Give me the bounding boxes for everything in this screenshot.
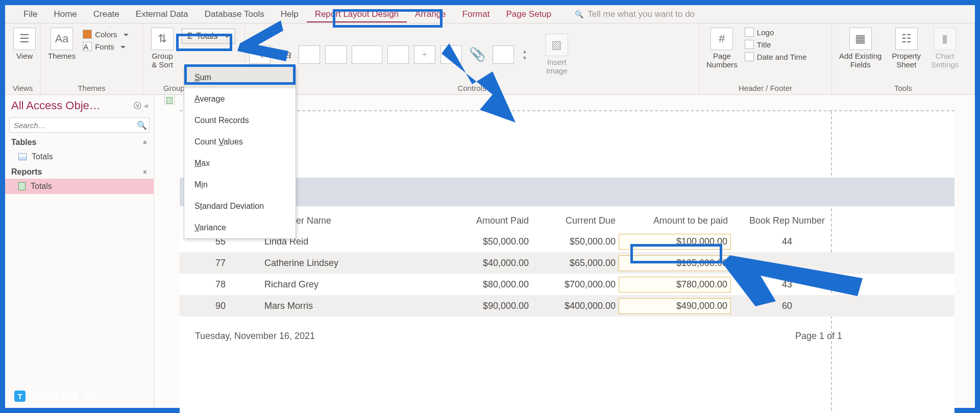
menu-item-count-records[interactable]: Count Records: [184, 110, 296, 131]
ribbon-tabs: File Home Create External Data Database …: [5, 5, 975, 23]
attachment-control-icon[interactable]: 📎: [467, 46, 487, 62]
ribbon: ☰ View Views Aa Themes Colors AFonts The…: [5, 23, 975, 95]
fonts-icon: A: [83, 42, 92, 51]
tab-file[interactable]: File: [15, 7, 45, 21]
page-numbers-icon: #: [710, 28, 733, 50]
chevron-icon: [143, 138, 148, 147]
view-button[interactable]: ☰ View: [9, 27, 40, 62]
textbox-control-icon[interactable]: Aa: [276, 48, 293, 61]
group-label-themes: Themes: [45, 82, 138, 94]
group-label-headerfooter: Header / Footer: [703, 82, 827, 94]
themes-button[interactable]: Aa Themes: [45, 27, 79, 62]
property-sheet-icon: ☷: [895, 28, 918, 50]
chart-settings-icon: ▮: [934, 28, 956, 50]
logo-icon: [745, 28, 754, 37]
calculated-cell[interactable]: $105,000.00: [619, 255, 731, 271]
group-sort-button[interactable]: ⇅ Group & Sort: [147, 27, 178, 70]
group-sort-label: Group & Sort: [152, 52, 173, 69]
search-input[interactable]: [10, 119, 135, 132]
title-icon: [745, 40, 754, 49]
chart-settings-button: ▮ Chart Settings: [928, 27, 962, 70]
nav-collapse-icon[interactable]: ⓥ: [134, 101, 141, 111]
watermark: T TEMPLATE.NET: [14, 391, 104, 402]
tab-home[interactable]: Home: [45, 7, 85, 21]
controls-gallery[interactable]: ↖ Aa ÷ ✔ 📎 ▲ ▼: [249, 45, 527, 64]
navigation-pane: All Access Obje… ⓥ« 🔍 Tables Totals Repo…: [5, 95, 154, 408]
report-footer-page: Page 1 of 1: [795, 331, 842, 342]
menu-item-stddev[interactable]: Standard Deviation: [184, 196, 296, 217]
table-row[interactable]: 77 Catherine Lindsey $40,000.00 $65,000.…: [180, 252, 954, 274]
group-sort-icon: ⇅: [151, 28, 174, 50]
nav-report-totals[interactable]: Totals: [5, 179, 154, 194]
table-icon: [18, 153, 27, 160]
title-button[interactable]: Title: [745, 40, 807, 49]
tab-page-setup[interactable]: Page Setup: [498, 7, 559, 21]
sigma-icon: [187, 32, 192, 41]
totals-button[interactable]: Totals: [182, 29, 235, 44]
tell-me-placeholder: Tell me what you want to do: [587, 9, 695, 19]
col-amount-to-be-paid[interactable]: Amount to be paid: [619, 213, 731, 228]
calculated-cell[interactable]: $100,000.00: [619, 234, 731, 250]
nav-close-icon[interactable]: «: [144, 101, 149, 111]
themes-icon: Aa: [51, 28, 73, 50]
report-footer-date: Tuesday, November 16, 2021: [195, 331, 315, 342]
menu-item-min[interactable]: Min: [184, 174, 296, 196]
property-sheet-button[interactable]: ☷ Property Sheet: [889, 27, 924, 70]
totals-dropdown-menu: Sum Average Count Records Count Values M…: [184, 66, 296, 239]
colors-button[interactable]: Colors: [83, 30, 128, 39]
group-label-tools: Tools: [836, 82, 970, 94]
nav-table-totals[interactable]: Totals: [5, 149, 154, 164]
report-icon: [166, 97, 173, 104]
tell-me-search[interactable]: Tell me what you want to do: [575, 9, 695, 19]
menu-item-sum[interactable]: Sum: [184, 67, 296, 88]
insert-image-button: ▧ Insert Image: [542, 33, 572, 76]
nav-category-reports[interactable]: Reports: [5, 164, 154, 179]
logo-button[interactable]: Logo: [745, 28, 807, 37]
chevron-down-icon: [222, 32, 230, 41]
table-row[interactable]: 78 Richard Grey $80,000.00 $700,000.00 $…: [180, 274, 954, 295]
menu-item-count-values[interactable]: Count Values: [184, 131, 296, 153]
col-book-rep-number[interactable]: Book Rep Number: [731, 213, 843, 228]
search-icon[interactable]: 🔍: [135, 120, 149, 130]
group-label-views: Views: [9, 82, 36, 94]
fonts-button[interactable]: AFonts: [83, 42, 128, 51]
col-amount-paid[interactable]: Amount Paid: [430, 213, 532, 228]
themes-label: Themes: [48, 52, 76, 61]
tab-create[interactable]: Create: [85, 7, 128, 21]
clock-icon: [745, 52, 754, 61]
view-label: View: [16, 52, 33, 61]
report-object-tab[interactable]: [164, 94, 175, 106]
tab-report-layout-design[interactable]: Report Layout Design: [307, 7, 407, 21]
col-current-due[interactable]: Current Due: [532, 213, 619, 228]
search-icon: [575, 9, 583, 19]
report-icon: [18, 182, 26, 190]
image-icon: ▧: [546, 34, 568, 56]
tab-external-data[interactable]: External Data: [128, 7, 197, 21]
nav-search[interactable]: 🔍: [9, 117, 150, 133]
chevron-icon: [143, 167, 148, 177]
table-row[interactable]: 90 Mars Morris $90,000.00 $400,000.00 $4…: [180, 295, 954, 317]
colors-icon: [83, 30, 92, 39]
group-label-controls: Controls: [249, 82, 695, 94]
nav-title[interactable]: All Access Obje…: [11, 99, 101, 112]
nav-category-tables[interactable]: Tables: [5, 135, 154, 149]
calculated-cell[interactable]: $490,000.00: [619, 298, 731, 314]
calculated-cell[interactable]: $780,000.00: [619, 277, 731, 293]
tab-database-tools[interactable]: Database Tools: [197, 7, 273, 21]
fields-icon: ▦: [849, 28, 872, 50]
page-numbers-button[interactable]: # Page Numbers: [703, 27, 741, 70]
menu-item-max[interactable]: Max: [184, 153, 296, 174]
menu-item-average[interactable]: Average: [184, 88, 296, 110]
tab-help[interactable]: Help: [273, 7, 307, 21]
menu-item-variance[interactable]: Variance: [184, 217, 296, 238]
view-icon: ☰: [13, 28, 36, 50]
watermark-logo-icon: T: [14, 391, 26, 402]
add-existing-fields-button[interactable]: ▦ Add Existing Fields: [836, 27, 885, 70]
date-time-button[interactable]: Date and Time: [745, 52, 807, 61]
tab-format[interactable]: Format: [454, 7, 498, 21]
tab-arrange[interactable]: Arrange: [407, 7, 454, 21]
